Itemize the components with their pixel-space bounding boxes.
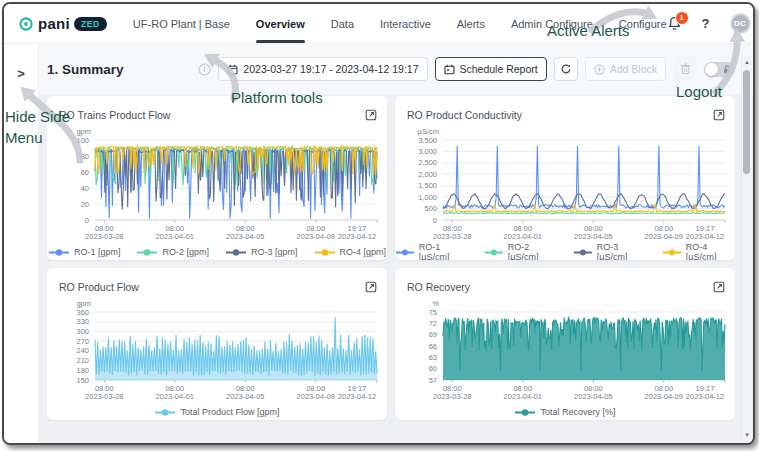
legend-marker-icon: [484, 248, 504, 257]
y-tick-label: 330: [76, 317, 89, 326]
x-tick-date: 2023-04-01: [156, 392, 194, 401]
x-tick-date: 2023-04-12: [686, 232, 724, 241]
y-tick-label: 69: [429, 330, 437, 339]
y-tick-label: 0: [433, 216, 437, 225]
x-tick-date: 2023-04-01: [504, 232, 542, 241]
logo[interactable]: pani ZED: [18, 15, 107, 32]
x-tick-date: 2023-04-09: [297, 392, 335, 401]
legend-item-ro-2-gpm[interactable]: RO-2 [gpm]: [136, 247, 209, 257]
expand-chart-icon[interactable]: [365, 109, 377, 121]
x-tick-date: 2023-04-05: [226, 392, 264, 401]
chart-plot-area[interactable]: 100806040200gpm08:002023-03-2808:002023-…: [47, 126, 387, 244]
refresh-icon: [560, 63, 572, 75]
app-window: pani ZED UF-RO Plant | BaseOverviewDataI…: [2, 2, 755, 445]
y-tick-label: 80: [81, 152, 89, 161]
date-range-value: 2023-03-27 19:17 - 2023-04-12 19:17: [243, 63, 418, 75]
nav-uf-ro-plant-base[interactable]: UF-RO Plant | Base: [133, 18, 230, 30]
legend-item-ro-3-s-cm[interactable]: RO-3 [µS/cm]: [573, 242, 646, 260]
y-tick-label: 60: [81, 168, 89, 177]
legend-item-total-recovery[interactable]: Total Recovery [%]: [514, 407, 615, 417]
chart-title: RO Product Conductivity: [407, 109, 522, 121]
y-tick-label: 2,000: [418, 170, 437, 179]
section-title: 1. Summary: [47, 62, 124, 77]
date-range-picker[interactable]: 2023-03-27 19:17 - 2023-04-12 19:17: [218, 57, 427, 81]
chart-card-header: RO Product Conductivity: [395, 96, 735, 126]
scrollbar-thumb[interactable]: [743, 70, 750, 174]
y-tick-label: 40: [81, 184, 89, 193]
legend-marker-icon: [48, 248, 70, 257]
chart-title: RO Trains Product Flow: [59, 109, 170, 121]
logo-badge: ZED: [74, 17, 107, 31]
main-nav: UF-RO Plant | BaseOverviewDataInteractiv…: [133, 18, 667, 30]
logo-text: pani: [38, 15, 70, 32]
refresh-button[interactable]: [554, 57, 578, 81]
legend-item-ro-3-gpm[interactable]: RO-3 [gpm]: [225, 247, 298, 257]
scroll-down-arrow[interactable]: ▼: [742, 430, 752, 440]
add-block-button[interactable]: Add Block: [585, 57, 666, 81]
legend-marker-icon: [662, 248, 682, 257]
y-tick-label: 1,500: [418, 181, 437, 190]
chart-legend: Total Recovery [%]: [395, 404, 735, 420]
top-nav-bar: pani ZED UF-RO Plant | BaseOverviewDataI…: [4, 4, 753, 44]
chart-legend: RO-1 [gpm]RO-2 [gpm]RO-3 [gpm]RO-4 [gpm]: [47, 244, 387, 260]
y-tick-label: 1,000: [418, 193, 437, 202]
info-icon[interactable]: [198, 63, 211, 76]
x-tick-date: 2023-04-09: [645, 232, 683, 241]
legend-label: RO-2 [µS/cm]: [508, 242, 557, 260]
avatar[interactable]: DC: [730, 13, 751, 34]
nav-data[interactable]: Data: [331, 18, 354, 30]
legend-label: RO-3 [gpm]: [251, 247, 298, 257]
help-button[interactable]: ?: [702, 16, 710, 31]
chart-plot-area[interactable]: 75726966636057%08:002023-03-2808:002023-…: [395, 298, 735, 404]
nav-configure[interactable]: Configure: [619, 18, 667, 30]
chart-title: RO Product Flow: [59, 281, 139, 293]
page-body: > 1. Summary: [4, 44, 753, 443]
y-tick-label: 60: [429, 364, 437, 373]
lock-icon: [723, 65, 731, 74]
legend-item-ro-1-gpm[interactable]: RO-1 [gpm]: [48, 247, 121, 257]
y-tick-label: 100: [76, 136, 89, 145]
x-tick-date: 2023-04-05: [226, 232, 264, 241]
x-tick-date: 2023-03-28: [85, 232, 123, 241]
schedule-report-button[interactable]: Schedule Report: [435, 57, 547, 81]
chart-plot-area[interactable]: 360330300270240210180150gpm08:002023-03-…: [47, 298, 387, 404]
x-tick-date: 2023-04-01: [156, 232, 194, 241]
expand-chart-icon[interactable]: [713, 281, 725, 293]
legend-marker-icon: [154, 408, 176, 417]
collapsed-sidebar: >: [4, 44, 39, 443]
y-tick-label: 66: [429, 342, 437, 351]
legend-label: RO-3 [µS/cm]: [597, 242, 646, 260]
legend-item-ro-4-s-cm[interactable]: RO-4 [µS/cm]: [662, 242, 735, 260]
edit-lock-toggle[interactable]: [704, 62, 735, 77]
nav-interactive[interactable]: Interactive: [380, 18, 431, 30]
legend-label: Total Recovery [%]: [540, 407, 615, 417]
y-tick-label: 57: [429, 376, 437, 385]
sidebar-expand-button[interactable]: >: [17, 66, 25, 82]
y-tick-label: 3,500: [418, 136, 437, 145]
nav-overview[interactable]: Overview: [256, 18, 305, 30]
legend-marker-icon: [514, 408, 536, 417]
nav-alerts[interactable]: Alerts: [457, 18, 485, 30]
scroll-up-arrow[interactable]: ▲: [742, 57, 752, 67]
legend-label: RO-1 [µS/cm]: [419, 242, 468, 260]
series-line-ro-1-s-cm: [443, 146, 725, 208]
nav-admin-configure[interactable]: Admin Configure: [511, 18, 593, 30]
y-tick-label: 210: [76, 356, 89, 365]
legend-item-total-product-flow-gpm[interactable]: Total Product Flow [gpm]: [154, 407, 279, 417]
legend-label: RO-1 [gpm]: [74, 247, 121, 257]
delete-block-button[interactable]: [673, 57, 697, 81]
legend-item-ro-1-s-cm[interactable]: RO-1 [µS/cm]: [395, 242, 468, 260]
expand-chart-icon[interactable]: [713, 109, 725, 121]
alerts-bell-button[interactable]: 1: [667, 16, 682, 31]
legend-item-ro-2-s-cm[interactable]: RO-2 [µS/cm]: [484, 242, 557, 260]
chart-legend: Total Product Flow [gpm]: [47, 404, 387, 420]
schedule-report-label: Schedule Report: [460, 63, 538, 75]
chart-card-ro-product-conductivity: RO Product Conductivity3,5003,0002,5002,…: [395, 96, 735, 260]
dashboard-toolbar: 1. Summary 2023-03-27: [47, 54, 735, 84]
y-tick-label: 72: [429, 319, 437, 328]
legend-item-ro-4-gpm[interactable]: RO-4 [gpm]: [314, 247, 387, 257]
expand-chart-icon[interactable]: [365, 281, 377, 293]
chart-plot-area[interactable]: 3,5003,0002,5002,0001,5001,0005000µS/cm0…: [395, 126, 735, 244]
legend-marker-icon: [314, 248, 336, 257]
x-tick-date: 2023-04-12: [338, 232, 376, 241]
